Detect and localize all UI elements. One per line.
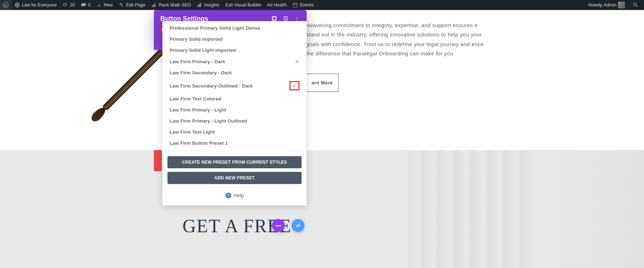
preset-option[interactable]: Primary Solid Light imported [162,45,307,56]
learn-more-button[interactable]: arn More [306,74,338,92]
preset-option-label: Law Firm Secondary Outlined - Dark [170,83,253,89]
ad-health-menu[interactable]: Ad Health [264,0,289,10]
exit-builder-label: Exit Visual Builder [225,3,262,8]
comments-menu[interactable]: 0 [78,0,93,10]
preset-option[interactable]: Law Firm Text Colored [162,93,307,104]
rank-math-label: Rank Math SEO [158,3,191,8]
updates-count: 20 [70,3,75,8]
preset-option-label: Law Firm Text Light [170,129,215,135]
preset-option[interactable]: Law Firm Secondary - Dark [162,67,307,78]
calendar-icon [292,2,298,8]
svg-rect-7 [293,4,297,7]
site-name-menu[interactable]: 🌐︎Law for Everyone [11,0,59,10]
events-label: Events [300,3,313,8]
preset-option[interactable]: Law Firm Secondary Outlined - Dark✓ [162,78,307,93]
check-icon: ✓ [289,81,299,90]
preset-option-label: Law Firm Text Colored [170,96,221,101]
ad-health-label: Ad Health [267,3,287,8]
rank-math-menu[interactable]: Rank Math SEO [148,0,194,10]
svg-rect-2 [153,4,154,7]
svg-rect-10 [296,3,296,4]
fab-stats-button[interactable] [292,219,304,232]
svg-rect-5 [199,4,200,7]
preset-option-label: Primary Solid Light imported [170,48,236,53]
new-content-menu[interactable]: +New [93,0,116,10]
preset-option-label: Primary Solid imported [170,36,223,42]
preset-option[interactable]: Primary Solid imported [162,34,307,45]
new-label: New [104,3,113,8]
updates-menu[interactable]: ⟳20 [59,0,78,10]
svg-rect-1 [152,5,152,7]
dots-icon: ••• [275,223,281,229]
preset-option-label: Law Firm Primary - Light [170,107,226,113]
svg-line-12 [636,6,638,7]
svg-rect-4 [197,5,198,7]
chart-icon [296,222,301,229]
add-preset-button[interactable]: ADD NEW PRESET [167,172,302,184]
preset-option-label: Law Firm Button Preset 1 [170,140,228,146]
bars-icon [197,2,203,8]
fab-more-button[interactable]: ••• [272,219,285,232]
comments-count: 0 [88,3,91,8]
preset-option-label: Law Firm Primary - Dark [170,59,225,64]
preset-dropdown-panel: Professional Primary Solid Light DensePr… [162,21,307,205]
svg-point-11 [633,3,636,6]
comment-icon [80,2,86,8]
insights-menu[interactable]: Insights [194,0,223,10]
preset-option-label: Law Firm Primary - Light Outlined [170,118,247,124]
svg-rect-16 [273,17,275,20]
decorative-columns [408,150,644,268]
svg-rect-3 [155,3,155,7]
divider [167,151,302,151]
wp-logo-menu[interactable] [0,0,11,10]
wordpress-icon [3,2,9,8]
account-menu[interactable]: Howdy, Admin [585,0,628,10]
chart-bars-icon [151,2,157,8]
body-paragraph: nwavering commitment to integrity, exper… [306,21,485,58]
help-link[interactable]: ? Help [162,188,307,205]
preset-option[interactable]: Law Firm Primary - Light Outlined [162,115,307,126]
preset-option[interactable]: Law Firm Button Preset 1 [162,138,307,149]
pencil-icon: ✎ [118,2,124,8]
create-preset-button[interactable]: CREATE NEW PRESET FROM CURRENT STYLES [167,156,302,168]
preset-option[interactable]: Law Firm Primary - Dark★ [162,56,307,67]
svg-rect-15 [299,223,299,227]
preset-option-label: Professional Primary Solid Light Dense [170,25,260,31]
refresh-icon: ⟳ [62,2,68,8]
preset-option[interactable]: Law Firm Primary - Light [162,104,307,115]
preset-option[interactable]: Law Firm Text Light [162,126,307,138]
edit-page-menu[interactable]: ✎Edit Page [116,0,148,10]
red-indicator [154,150,162,171]
edit-page-label: Edit Page [126,3,145,8]
preset-option-label: Law Firm Secondary - Dark [170,70,232,75]
help-icon: ? [225,193,231,198]
help-label: Help [234,193,244,198]
svg-rect-9 [294,3,294,4]
globe-icon: 🌐︎ [14,2,20,8]
events-menu[interactable]: Events [289,0,316,10]
plus-icon: + [96,2,102,8]
site-name-label: Law for Everyone [22,3,57,8]
preset-option[interactable]: Professional Primary Solid Light Dense [162,23,307,34]
howdy-label: Howdy, Admin [588,3,616,8]
svg-rect-6 [200,3,201,7]
wp-admin-bar: 🌐︎Law for Everyone ⟳20 0 +New ✎Edit Page… [0,0,644,10]
exit-builder[interactable]: Exit Visual Builder [223,0,264,10]
star-icon: ★ [295,59,299,64]
svg-rect-14 [298,224,298,227]
learn-more-label: arn More [312,80,333,85]
insights-label: Insights [204,3,220,8]
search-toggle[interactable] [631,0,640,10]
page-canvas: nwavering commitment to integrity, exper… [0,10,644,268]
search-icon [633,2,638,8]
svg-rect-13 [296,225,297,227]
avatar [618,2,625,8]
